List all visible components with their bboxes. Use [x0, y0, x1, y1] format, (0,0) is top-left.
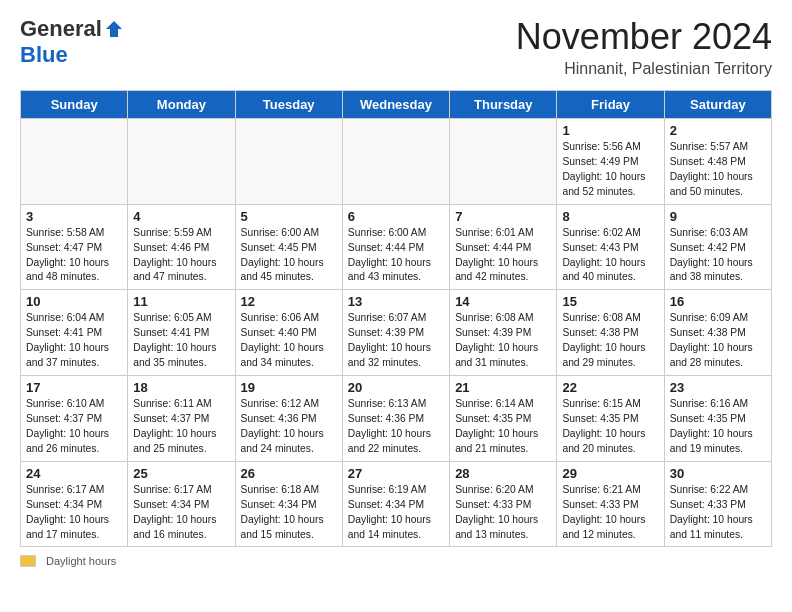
location: Hinnanit, Palestinian Territory — [516, 60, 772, 78]
calendar-cell: 9Sunrise: 6:03 AM Sunset: 4:42 PM Daylig… — [664, 204, 771, 290]
calendar-cell: 23Sunrise: 6:16 AM Sunset: 4:35 PM Dayli… — [664, 376, 771, 462]
day-number: 3 — [26, 209, 122, 224]
day-info: Sunrise: 6:16 AM Sunset: 4:35 PM Dayligh… — [670, 397, 766, 457]
day-info: Sunrise: 6:04 AM Sunset: 4:41 PM Dayligh… — [26, 311, 122, 371]
day-number: 12 — [241, 294, 337, 309]
footer: Daylight hours — [20, 555, 772, 567]
weekday-header-wednesday: Wednesday — [342, 91, 449, 119]
calendar-cell: 17Sunrise: 6:10 AM Sunset: 4:37 PM Dayli… — [21, 376, 128, 462]
day-info: Sunrise: 6:07 AM Sunset: 4:39 PM Dayligh… — [348, 311, 444, 371]
calendar-cell: 4Sunrise: 5:59 AM Sunset: 4:46 PM Daylig… — [128, 204, 235, 290]
calendar-cell: 15Sunrise: 6:08 AM Sunset: 4:38 PM Dayli… — [557, 290, 664, 376]
logo-blue-text: Blue — [20, 42, 68, 67]
calendar-cell: 18Sunrise: 6:11 AM Sunset: 4:37 PM Dayli… — [128, 376, 235, 462]
calendar-cell: 20Sunrise: 6:13 AM Sunset: 4:36 PM Dayli… — [342, 376, 449, 462]
logo-general-text: General — [20, 16, 102, 42]
calendar-cell — [128, 119, 235, 205]
weekday-header-sunday: Sunday — [21, 91, 128, 119]
day-info: Sunrise: 5:56 AM Sunset: 4:49 PM Dayligh… — [562, 140, 658, 200]
calendar: SundayMondayTuesdayWednesdayThursdayFrid… — [20, 90, 772, 547]
day-number: 29 — [562, 466, 658, 481]
calendar-cell: 30Sunrise: 6:22 AM Sunset: 4:33 PM Dayli… — [664, 461, 771, 547]
calendar-cell: 10Sunrise: 6:04 AM Sunset: 4:41 PM Dayli… — [21, 290, 128, 376]
calendar-cell: 13Sunrise: 6:07 AM Sunset: 4:39 PM Dayli… — [342, 290, 449, 376]
weekday-header-monday: Monday — [128, 91, 235, 119]
logo: General Blue — [20, 16, 124, 68]
calendar-cell: 1Sunrise: 5:56 AM Sunset: 4:49 PM Daylig… — [557, 119, 664, 205]
day-number: 27 — [348, 466, 444, 481]
day-number: 10 — [26, 294, 122, 309]
calendar-cell: 25Sunrise: 6:17 AM Sunset: 4:34 PM Dayli… — [128, 461, 235, 547]
day-info: Sunrise: 6:17 AM Sunset: 4:34 PM Dayligh… — [133, 483, 229, 543]
day-info: Sunrise: 6:20 AM Sunset: 4:33 PM Dayligh… — [455, 483, 551, 543]
calendar-cell: 14Sunrise: 6:08 AM Sunset: 4:39 PM Dayli… — [450, 290, 557, 376]
calendar-cell — [342, 119, 449, 205]
month-title: November 2024 — [516, 16, 772, 58]
day-info: Sunrise: 6:15 AM Sunset: 4:35 PM Dayligh… — [562, 397, 658, 457]
day-info: Sunrise: 6:05 AM Sunset: 4:41 PM Dayligh… — [133, 311, 229, 371]
day-info: Sunrise: 6:14 AM Sunset: 4:35 PM Dayligh… — [455, 397, 551, 457]
title-block: November 2024 Hinnanit, Palestinian Terr… — [516, 16, 772, 78]
day-number: 8 — [562, 209, 658, 224]
calendar-cell: 26Sunrise: 6:18 AM Sunset: 4:34 PM Dayli… — [235, 461, 342, 547]
day-info: Sunrise: 6:12 AM Sunset: 4:36 PM Dayligh… — [241, 397, 337, 457]
calendar-cell — [21, 119, 128, 205]
day-info: Sunrise: 6:19 AM Sunset: 4:34 PM Dayligh… — [348, 483, 444, 543]
day-number: 30 — [670, 466, 766, 481]
calendar-cell: 3Sunrise: 5:58 AM Sunset: 4:47 PM Daylig… — [21, 204, 128, 290]
calendar-cell: 8Sunrise: 6:02 AM Sunset: 4:43 PM Daylig… — [557, 204, 664, 290]
day-info: Sunrise: 6:00 AM Sunset: 4:44 PM Dayligh… — [348, 226, 444, 286]
logo-icon — [104, 19, 124, 39]
day-info: Sunrise: 5:58 AM Sunset: 4:47 PM Dayligh… — [26, 226, 122, 286]
day-number: 1 — [562, 123, 658, 138]
day-info: Sunrise: 6:22 AM Sunset: 4:33 PM Dayligh… — [670, 483, 766, 543]
day-number: 7 — [455, 209, 551, 224]
day-number: 28 — [455, 466, 551, 481]
day-info: Sunrise: 6:17 AM Sunset: 4:34 PM Dayligh… — [26, 483, 122, 543]
calendar-cell: 27Sunrise: 6:19 AM Sunset: 4:34 PM Dayli… — [342, 461, 449, 547]
day-info: Sunrise: 6:02 AM Sunset: 4:43 PM Dayligh… — [562, 226, 658, 286]
day-number: 18 — [133, 380, 229, 395]
header: General Blue November 2024 Hinnanit, Pal… — [20, 16, 772, 78]
day-info: Sunrise: 5:59 AM Sunset: 4:46 PM Dayligh… — [133, 226, 229, 286]
day-info: Sunrise: 6:09 AM Sunset: 4:38 PM Dayligh… — [670, 311, 766, 371]
day-info: Sunrise: 6:21 AM Sunset: 4:33 PM Dayligh… — [562, 483, 658, 543]
day-number: 20 — [348, 380, 444, 395]
day-info: Sunrise: 6:03 AM Sunset: 4:42 PM Dayligh… — [670, 226, 766, 286]
day-number: 17 — [26, 380, 122, 395]
day-info: Sunrise: 6:10 AM Sunset: 4:37 PM Dayligh… — [26, 397, 122, 457]
day-number: 9 — [670, 209, 766, 224]
day-number: 26 — [241, 466, 337, 481]
day-number: 4 — [133, 209, 229, 224]
weekday-header-thursday: Thursday — [450, 91, 557, 119]
day-number: 16 — [670, 294, 766, 309]
weekday-header-tuesday: Tuesday — [235, 91, 342, 119]
weekday-header-saturday: Saturday — [664, 91, 771, 119]
day-info: Sunrise: 6:08 AM Sunset: 4:39 PM Dayligh… — [455, 311, 551, 371]
calendar-cell: 16Sunrise: 6:09 AM Sunset: 4:38 PM Dayli… — [664, 290, 771, 376]
day-number: 22 — [562, 380, 658, 395]
day-number: 14 — [455, 294, 551, 309]
calendar-cell: 19Sunrise: 6:12 AM Sunset: 4:36 PM Dayli… — [235, 376, 342, 462]
day-info: Sunrise: 6:08 AM Sunset: 4:38 PM Dayligh… — [562, 311, 658, 371]
day-number: 2 — [670, 123, 766, 138]
calendar-cell: 21Sunrise: 6:14 AM Sunset: 4:35 PM Dayli… — [450, 376, 557, 462]
calendar-cell: 5Sunrise: 6:00 AM Sunset: 4:45 PM Daylig… — [235, 204, 342, 290]
day-info: Sunrise: 6:01 AM Sunset: 4:44 PM Dayligh… — [455, 226, 551, 286]
day-info: Sunrise: 6:06 AM Sunset: 4:40 PM Dayligh… — [241, 311, 337, 371]
calendar-cell: 29Sunrise: 6:21 AM Sunset: 4:33 PM Dayli… — [557, 461, 664, 547]
calendar-cell: 11Sunrise: 6:05 AM Sunset: 4:41 PM Dayli… — [128, 290, 235, 376]
day-number: 6 — [348, 209, 444, 224]
day-info: Sunrise: 6:11 AM Sunset: 4:37 PM Dayligh… — [133, 397, 229, 457]
day-number: 24 — [26, 466, 122, 481]
calendar-cell: 24Sunrise: 6:17 AM Sunset: 4:34 PM Dayli… — [21, 461, 128, 547]
day-number: 25 — [133, 466, 229, 481]
calendar-cell: 7Sunrise: 6:01 AM Sunset: 4:44 PM Daylig… — [450, 204, 557, 290]
legend-label: Daylight hours — [46, 555, 116, 567]
svg-marker-0 — [106, 21, 122, 37]
day-info: Sunrise: 5:57 AM Sunset: 4:48 PM Dayligh… — [670, 140, 766, 200]
day-number: 21 — [455, 380, 551, 395]
day-info: Sunrise: 6:18 AM Sunset: 4:34 PM Dayligh… — [241, 483, 337, 543]
calendar-cell: 22Sunrise: 6:15 AM Sunset: 4:35 PM Dayli… — [557, 376, 664, 462]
day-number: 23 — [670, 380, 766, 395]
